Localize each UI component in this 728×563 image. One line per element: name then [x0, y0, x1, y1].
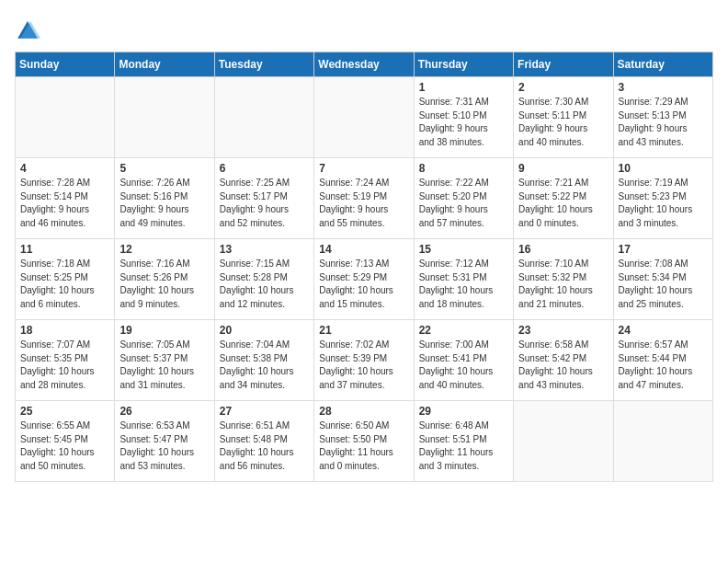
day-info: Sunrise: 7:16 AM Sunset: 5:26 PM Dayligh…: [119, 258, 209, 311]
day-info: Sunrise: 7:21 AM Sunset: 5:22 PM Dayligh…: [518, 177, 608, 230]
day-info: Sunrise: 7:31 AM Sunset: 5:10 PM Dayligh…: [419, 96, 508, 149]
day-info: Sunrise: 7:05 AM Sunset: 5:37 PM Dayligh…: [119, 339, 209, 392]
day-info: Sunrise: 6:57 AM Sunset: 5:44 PM Dayligh…: [619, 339, 708, 392]
calendar-cell: 26Sunrise: 6:53 AM Sunset: 5:47 PM Dayli…: [115, 401, 214, 482]
calendar-week-row: 1Sunrise: 7:31 AM Sunset: 5:10 PM Daylig…: [16, 77, 713, 158]
day-number: 29: [419, 405, 508, 418]
calendar-cell: 1Sunrise: 7:31 AM Sunset: 5:10 PM Daylig…: [414, 77, 513, 158]
day-info: Sunrise: 7:18 AM Sunset: 5:25 PM Dayligh…: [20, 258, 109, 311]
day-number: 23: [518, 324, 608, 337]
calendar-cell: 12Sunrise: 7:16 AM Sunset: 5:26 PM Dayli…: [115, 239, 214, 320]
day-number: 2: [518, 81, 608, 94]
calendar-cell: 22Sunrise: 7:00 AM Sunset: 5:41 PM Dayli…: [414, 320, 513, 401]
page-header: [15, 15, 713, 44]
day-number: 22: [419, 324, 508, 337]
day-number: 24: [619, 324, 708, 337]
calendar-cell: 21Sunrise: 7:02 AM Sunset: 5:39 PM Dayli…: [314, 320, 414, 401]
calendar-week-row: 25Sunrise: 6:55 AM Sunset: 5:45 PM Dayli…: [16, 401, 713, 482]
day-info: Sunrise: 7:02 AM Sunset: 5:39 PM Dayligh…: [319, 339, 408, 392]
calendar-cell: [16, 77, 115, 158]
weekday-header: Saturday: [613, 52, 712, 77]
calendar-cell: [314, 77, 414, 158]
day-info: Sunrise: 7:22 AM Sunset: 5:20 PM Dayligh…: [419, 177, 508, 230]
day-number: 21: [319, 324, 408, 337]
weekday-header: Tuesday: [214, 52, 313, 77]
calendar-table: SundayMondayTuesdayWednesdayThursdayFrid…: [15, 52, 713, 482]
calendar-cell: 7Sunrise: 7:24 AM Sunset: 5:19 PM Daylig…: [314, 158, 414, 239]
day-info: Sunrise: 6:55 AM Sunset: 5:45 PM Dayligh…: [20, 419, 109, 473]
day-info: Sunrise: 7:29 AM Sunset: 5:13 PM Dayligh…: [619, 96, 708, 149]
day-info: Sunrise: 6:53 AM Sunset: 5:47 PM Dayligh…: [119, 419, 209, 473]
calendar-cell: 14Sunrise: 7:13 AM Sunset: 5:29 PM Dayli…: [314, 239, 414, 320]
logo: [15, 18, 42, 44]
calendar-week-row: 18Sunrise: 7:07 AM Sunset: 5:35 PM Dayli…: [16, 320, 713, 401]
calendar-cell: [115, 77, 214, 158]
calendar-cell: 28Sunrise: 6:50 AM Sunset: 5:50 PM Dayli…: [314, 401, 414, 482]
day-number: 25: [20, 405, 109, 418]
logo-icon: [15, 18, 40, 44]
weekday-header: Wednesday: [314, 52, 414, 77]
day-number: 8: [419, 162, 508, 175]
calendar-cell: 11Sunrise: 7:18 AM Sunset: 5:25 PM Dayli…: [16, 239, 115, 320]
day-number: 4: [20, 162, 109, 175]
weekday-header: Monday: [115, 52, 214, 77]
day-info: Sunrise: 7:04 AM Sunset: 5:38 PM Dayligh…: [220, 339, 309, 392]
calendar-cell: 15Sunrise: 7:12 AM Sunset: 5:31 PM Dayli…: [414, 239, 513, 320]
day-number: 3: [619, 81, 708, 94]
day-info: Sunrise: 7:26 AM Sunset: 5:16 PM Dayligh…: [119, 177, 209, 230]
calendar-cell: 8Sunrise: 7:22 AM Sunset: 5:20 PM Daylig…: [414, 158, 513, 239]
calendar-cell: 20Sunrise: 7:04 AM Sunset: 5:38 PM Dayli…: [214, 320, 313, 401]
calendar-cell: [613, 401, 712, 482]
day-info: Sunrise: 7:30 AM Sunset: 5:11 PM Dayligh…: [518, 96, 608, 149]
day-info: Sunrise: 7:10 AM Sunset: 5:32 PM Dayligh…: [518, 258, 608, 311]
day-number: 14: [319, 243, 408, 256]
day-number: 16: [518, 243, 608, 256]
day-number: 7: [319, 162, 408, 175]
day-info: Sunrise: 7:24 AM Sunset: 5:19 PM Dayligh…: [319, 177, 408, 230]
calendar-cell: 29Sunrise: 6:48 AM Sunset: 5:51 PM Dayli…: [414, 401, 513, 482]
calendar-cell: 24Sunrise: 6:57 AM Sunset: 5:44 PM Dayli…: [613, 320, 712, 401]
day-info: Sunrise: 7:19 AM Sunset: 5:23 PM Dayligh…: [619, 177, 708, 230]
day-info: Sunrise: 7:28 AM Sunset: 5:14 PM Dayligh…: [20, 177, 109, 230]
weekday-header: Thursday: [414, 52, 513, 77]
calendar-cell: 16Sunrise: 7:10 AM Sunset: 5:32 PM Dayli…: [514, 239, 613, 320]
day-number: 13: [220, 243, 309, 256]
day-info: Sunrise: 7:15 AM Sunset: 5:28 PM Dayligh…: [220, 258, 309, 311]
day-number: 26: [119, 405, 209, 418]
day-info: Sunrise: 7:13 AM Sunset: 5:29 PM Dayligh…: [319, 258, 408, 311]
day-info: Sunrise: 6:48 AM Sunset: 5:51 PM Dayligh…: [419, 419, 508, 473]
day-number: 6: [220, 162, 309, 175]
day-number: 5: [119, 162, 209, 175]
day-info: Sunrise: 6:51 AM Sunset: 5:48 PM Dayligh…: [220, 419, 309, 473]
calendar-cell: 10Sunrise: 7:19 AM Sunset: 5:23 PM Dayli…: [613, 158, 712, 239]
calendar-cell: 4Sunrise: 7:28 AM Sunset: 5:14 PM Daylig…: [16, 158, 115, 239]
day-number: 15: [419, 243, 508, 256]
day-number: 11: [20, 243, 109, 256]
day-info: Sunrise: 6:50 AM Sunset: 5:50 PM Dayligh…: [319, 419, 408, 473]
calendar-cell: 25Sunrise: 6:55 AM Sunset: 5:45 PM Dayli…: [16, 401, 115, 482]
calendar-week-row: 11Sunrise: 7:18 AM Sunset: 5:25 PM Dayli…: [16, 239, 713, 320]
calendar-cell: 5Sunrise: 7:26 AM Sunset: 5:16 PM Daylig…: [115, 158, 214, 239]
day-number: 19: [119, 324, 209, 337]
calendar-cell: 27Sunrise: 6:51 AM Sunset: 5:48 PM Dayli…: [214, 401, 313, 482]
day-info: Sunrise: 6:58 AM Sunset: 5:42 PM Dayligh…: [518, 339, 608, 392]
weekday-header-row: SundayMondayTuesdayWednesdayThursdayFrid…: [16, 52, 713, 77]
day-number: 10: [619, 162, 708, 175]
day-info: Sunrise: 7:00 AM Sunset: 5:41 PM Dayligh…: [419, 339, 508, 392]
day-number: 1: [419, 81, 508, 94]
weekday-header: Friday: [514, 52, 613, 77]
day-number: 9: [518, 162, 608, 175]
day-number: 20: [220, 324, 309, 337]
day-info: Sunrise: 7:07 AM Sunset: 5:35 PM Dayligh…: [20, 339, 109, 392]
day-number: 17: [619, 243, 708, 256]
calendar-cell: 23Sunrise: 6:58 AM Sunset: 5:42 PM Dayli…: [514, 320, 613, 401]
calendar-cell: 19Sunrise: 7:05 AM Sunset: 5:37 PM Dayli…: [115, 320, 214, 401]
calendar-cell: 2Sunrise: 7:30 AM Sunset: 5:11 PM Daylig…: [514, 77, 613, 158]
calendar-cell: 9Sunrise: 7:21 AM Sunset: 5:22 PM Daylig…: [514, 158, 613, 239]
day-number: 27: [220, 405, 309, 418]
day-number: 12: [119, 243, 209, 256]
day-info: Sunrise: 7:08 AM Sunset: 5:34 PM Dayligh…: [619, 258, 708, 311]
weekday-header: Sunday: [16, 52, 115, 77]
calendar-cell: 17Sunrise: 7:08 AM Sunset: 5:34 PM Dayli…: [613, 239, 712, 320]
day-info: Sunrise: 7:25 AM Sunset: 5:17 PM Dayligh…: [220, 177, 309, 230]
